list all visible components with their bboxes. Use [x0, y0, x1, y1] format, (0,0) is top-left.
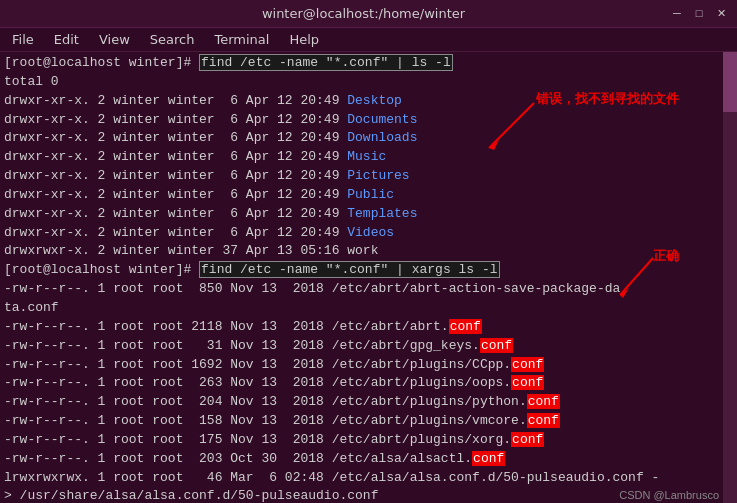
- line-templates: drwxr-xr-x. 2 winter winter 6 Apr 12 20:…: [4, 205, 733, 224]
- line-pictures: drwxr-xr-x. 2 winter winter 6 Apr 12 20:…: [4, 167, 733, 186]
- scrollbar-thumb[interactable]: [723, 52, 737, 112]
- menu-terminal[interactable]: Terminal: [206, 30, 277, 49]
- menu-edit[interactable]: Edit: [46, 30, 87, 49]
- line-work: drwxrwxr-x. 2 winter winter 37 Apr 13 05…: [4, 242, 733, 261]
- line-2: total 0: [4, 73, 733, 92]
- window-controls: ─ □ ✕: [669, 7, 729, 20]
- line-cmd2: [root@localhost winter]# find /etc -name…: [4, 261, 733, 280]
- line-abrt1: -rw-r--r--. 1 root root 850 Nov 13 2018 …: [4, 280, 733, 299]
- menu-file[interactable]: File: [4, 30, 42, 49]
- line-abrt4: -rw-r--r--. 1 root root 1692 Nov 13 2018…: [4, 356, 733, 375]
- line-videos: drwxr-xr-x. 2 winter winter 6 Apr 12 20:…: [4, 224, 733, 243]
- line-1: [root@localhost winter]# find /etc -name…: [4, 54, 733, 73]
- menu-help[interactable]: Help: [281, 30, 327, 49]
- line-abrt7: -rw-r--r--. 1 root root 158 Nov 13 2018 …: [4, 412, 733, 431]
- line-desktop: drwxr-xr-x. 2 winter winter 6 Apr 12 20:…: [4, 92, 733, 111]
- maximize-button[interactable]: □: [691, 7, 707, 20]
- scrollbar[interactable]: [723, 52, 737, 503]
- titlebar: winter@localhost:/home/winter ─ □ ✕: [0, 0, 737, 28]
- menubar: File Edit View Search Terminal Help: [0, 28, 737, 52]
- line-alsa3: > /usr/share/alsa/alsa.conf.d/50-pulseau…: [4, 487, 733, 503]
- line-alsa2: lrwxrwxrwx. 1 root root 46 Mar 6 02:48 /…: [4, 469, 733, 488]
- line-abrt5: -rw-r--r--. 1 root root 263 Nov 13 2018 …: [4, 374, 733, 393]
- line-public: drwxr-xr-x. 2 winter winter 6 Apr 12 20:…: [4, 186, 733, 205]
- terminal-content[interactable]: [root@localhost winter]# find /etc -name…: [0, 52, 737, 503]
- line-abrt1b: ta.conf: [4, 299, 733, 318]
- minimize-button[interactable]: ─: [669, 7, 685, 20]
- line-downloads: drwxr-xr-x. 2 winter winter 6 Apr 12 20:…: [4, 129, 733, 148]
- close-button[interactable]: ✕: [713, 7, 729, 20]
- line-documents: drwxr-xr-x. 2 winter winter 6 Apr 12 20:…: [4, 111, 733, 130]
- line-abrt2: -rw-r--r--. 1 root root 2118 Nov 13 2018…: [4, 318, 733, 337]
- line-music: drwxr-xr-x. 2 winter winter 6 Apr 12 20:…: [4, 148, 733, 167]
- menu-search[interactable]: Search: [142, 30, 203, 49]
- window-title: winter@localhost:/home/winter: [58, 6, 669, 21]
- line-abrt8: -rw-r--r--. 1 root root 175 Nov 13 2018 …: [4, 431, 733, 450]
- menu-view[interactable]: View: [91, 30, 138, 49]
- line-alsa1: -rw-r--r--. 1 root root 203 Oct 30 2018 …: [4, 450, 733, 469]
- line-abrt6: -rw-r--r--. 1 root root 204 Nov 13 2018 …: [4, 393, 733, 412]
- line-abrt3: -rw-r--r--. 1 root root 31 Nov 13 2018 /…: [4, 337, 733, 356]
